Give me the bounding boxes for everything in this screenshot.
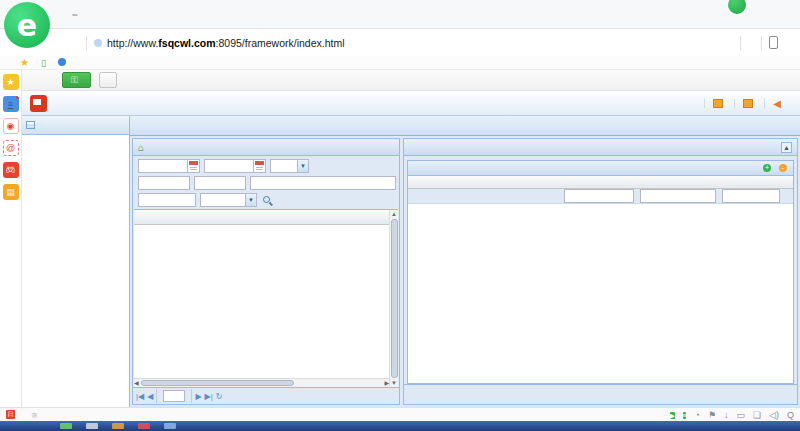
horizontal-scrollbar[interactable]: ◀▶ bbox=[134, 378, 389, 387]
vertical-scrollbar[interactable]: ▲▼ bbox=[389, 210, 398, 387]
detail-lines-panel: + - bbox=[407, 160, 794, 384]
personal-settings-button[interactable] bbox=[704, 99, 734, 108]
favorites-item[interactable]: ★ bbox=[20, 57, 29, 68]
home-mini-icon: ⌂ bbox=[138, 142, 144, 153]
volume-total-input[interactable] bbox=[722, 189, 780, 203]
delete-line-button[interactable]: - bbox=[779, 164, 789, 172]
weight-total-input[interactable] bbox=[640, 189, 716, 203]
logout-icon: ◀ bbox=[773, 98, 781, 109]
phone-icon: ▯ bbox=[41, 58, 46, 68]
bookmarks-bar: ★ ▯ bbox=[0, 56, 800, 70]
key-icon: ⚿ bbox=[71, 75, 78, 86]
grid-rows bbox=[134, 225, 389, 378]
plate-input[interactable] bbox=[138, 193, 196, 207]
news-strip-icon[interactable]: ≡ bbox=[3, 96, 19, 112]
custno-input[interactable] bbox=[250, 176, 396, 190]
phone-favorites-item[interactable]: ▯ bbox=[41, 58, 46, 68]
notification-badge bbox=[726, 0, 748, 16]
sidebar-menu bbox=[22, 135, 129, 407]
detail-lines-empty-area bbox=[408, 204, 793, 383]
totals-row bbox=[408, 189, 793, 204]
collapse-panel-button[interactable]: ▲ bbox=[781, 142, 792, 153]
clip-icon: ▶ bbox=[670, 412, 675, 419]
history-icon[interactable]: ◔ bbox=[694, 410, 699, 420]
wardrobe-icon[interactable] bbox=[72, 14, 78, 16]
download-tool[interactable]: ↓ bbox=[724, 410, 729, 420]
tab-actions bbox=[62, 2, 116, 28]
safe-save-button[interactable]: ⚿ bbox=[62, 72, 91, 88]
notebook-icon[interactable]: ▤ bbox=[3, 184, 19, 200]
status-select[interactable]: ▼ bbox=[270, 159, 309, 173]
settings-icon bbox=[713, 99, 723, 108]
inbound-detail-panel: ▲ + - bbox=[403, 138, 798, 405]
filter-form: ▼ bbox=[133, 156, 399, 209]
games-icon[interactable]: 🎮︎ bbox=[3, 162, 19, 178]
password-manager-bar: ⚿ bbox=[22, 70, 800, 91]
url-input[interactable]: http://www.fsqcwl.com:8095/framework/ind… bbox=[94, 33, 712, 53]
add-line-button[interactable]: + bbox=[763, 164, 773, 172]
sidebar bbox=[22, 116, 130, 407]
point-select[interactable]: ▼ bbox=[200, 193, 257, 207]
browser-window: e http://www.fsqcwl.com:8095/framework/i… bbox=[0, 0, 800, 431]
app-header: ◀ bbox=[22, 91, 800, 116]
calendar-icon[interactable] bbox=[188, 159, 200, 173]
date-from-field[interactable] bbox=[138, 159, 200, 173]
prev-page-icon[interactable]: ◀ bbox=[147, 392, 153, 401]
browser-logo-icon[interactable]: e bbox=[4, 2, 50, 48]
first-page-icon[interactable]: |◀ bbox=[136, 392, 144, 401]
minus-icon: - bbox=[779, 164, 787, 172]
code-input[interactable] bbox=[194, 176, 246, 190]
list-panel-header: ⌂ bbox=[133, 139, 399, 156]
mention-icon[interactable]: @ bbox=[3, 140, 19, 156]
qty-total-input[interactable] bbox=[564, 189, 634, 203]
main-area: ⌂ ▼ bbox=[130, 116, 800, 407]
favorites-strip-icon[interactable]: ★ bbox=[3, 74, 19, 90]
date-to-field[interactable] bbox=[204, 159, 266, 173]
hot-news-icon: ≡ bbox=[683, 412, 687, 419]
magnifier-icon bbox=[263, 196, 270, 203]
refresh-grid-icon[interactable]: ↻ bbox=[216, 392, 223, 401]
grid-header bbox=[134, 210, 389, 225]
daily-picks-icon: 日 bbox=[6, 410, 15, 419]
chevron-down-icon[interactable]: ▼ bbox=[298, 159, 309, 173]
windows-taskbar[interactable] bbox=[0, 421, 800, 431]
pin-icon[interactable]: ⚑ bbox=[708, 410, 716, 420]
detail-toolbar bbox=[404, 384, 797, 404]
detail-panel-header: ▲ bbox=[404, 139, 797, 156]
next-page-icon[interactable]: ▶ bbox=[195, 392, 201, 401]
baidu-icon bbox=[58, 58, 66, 66]
detail-lines-header: + - bbox=[408, 161, 793, 176]
feedback-icon[interactable]: ▭ bbox=[736, 410, 745, 420]
last-page-icon[interactable]: ▶| bbox=[205, 392, 213, 401]
baidu-bookmark[interactable] bbox=[58, 58, 66, 68]
inbound-grid: ◀▶ ▲▼ bbox=[134, 209, 398, 387]
weibo-icon[interactable]: ◉ bbox=[3, 118, 19, 134]
chevron-down-icon[interactable]: ▼ bbox=[246, 193, 257, 207]
plus-icon: + bbox=[763, 164, 771, 172]
sound-icon[interactable]: ◁) bbox=[769, 410, 779, 420]
calendar-icon[interactable] bbox=[254, 159, 266, 173]
logout-button[interactable]: ◀ bbox=[764, 98, 792, 109]
window-icon[interactable]: ❏ bbox=[753, 410, 761, 420]
customer-input[interactable] bbox=[138, 176, 190, 190]
url-text: http://www.fsqcwl.com:8095/framework/ind… bbox=[107, 37, 345, 49]
quick-clip-tool[interactable]: ▶ bbox=[670, 410, 675, 420]
site-icon bbox=[94, 39, 102, 47]
inbound-list-panel: ⌂ ▼ bbox=[132, 138, 400, 405]
folder-icon bbox=[743, 99, 753, 108]
sidebar-title bbox=[22, 116, 129, 135]
zoom-level[interactable]: Q bbox=[787, 410, 794, 420]
side-icon-strip: ★ ≡ ◉ @ 🎮︎ ▤ bbox=[0, 70, 22, 407]
mobile-icon[interactable] bbox=[769, 36, 778, 49]
star-icon: ★ bbox=[20, 57, 29, 68]
detail-lines-grid-header bbox=[408, 176, 793, 189]
detail-form bbox=[404, 156, 797, 158]
dismiss-button[interactable] bbox=[99, 72, 117, 88]
workspace-tab-bar bbox=[130, 116, 800, 136]
company-logo-icon bbox=[30, 95, 47, 112]
pager: |◀ ◀ ▶ ▶| ↻ bbox=[133, 387, 399, 404]
hot-news-tool[interactable]: ≡ bbox=[683, 410, 687, 420]
search-button[interactable] bbox=[259, 196, 277, 203]
change-password-button[interactable] bbox=[734, 99, 764, 108]
page-number-input[interactable] bbox=[163, 390, 185, 402]
